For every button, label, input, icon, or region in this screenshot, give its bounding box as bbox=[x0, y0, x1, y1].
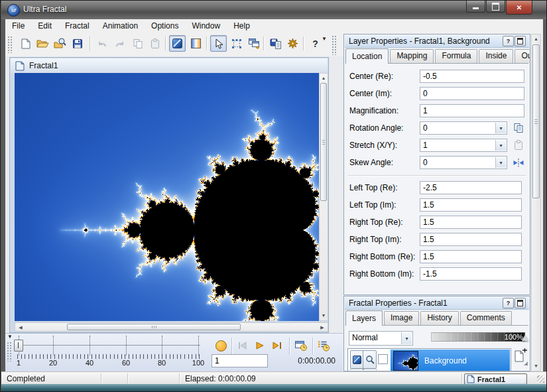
layer-transparent-checkbox[interactable] bbox=[378, 354, 388, 364]
next-frame-button[interactable] bbox=[271, 340, 284, 351]
maximize-button[interactable] bbox=[486, 1, 505, 13]
opacity-slider[interactable]: 100% bbox=[431, 332, 525, 342]
switch-mode-button[interactable] bbox=[245, 35, 262, 52]
merge-mode-combo[interactable]: Normal ▾ bbox=[349, 331, 413, 346]
copy-location-button[interactable] bbox=[511, 121, 526, 135]
menu-edit[interactable]: Edit bbox=[31, 20, 58, 32]
chevron-down-icon[interactable]: ▾ bbox=[495, 157, 506, 168]
rotation-angle-combo[interactable]: 0 ▾ bbox=[420, 121, 507, 135]
tab-inside[interactable]: Inside bbox=[479, 49, 513, 63]
left-top-im-input[interactable] bbox=[420, 198, 522, 212]
toolbar-grip[interactable] bbox=[7, 36, 12, 53]
dock-scroll-thumb[interactable] bbox=[532, 44, 540, 198]
stretch-combo[interactable]: 1 ▾ bbox=[420, 139, 507, 152]
document-hscrollbar[interactable]: ◀ ▶ bbox=[15, 322, 328, 332]
dock-scrollbar[interactable]: ▲ ▼ bbox=[531, 34, 541, 371]
panel-collapse-button[interactable] bbox=[515, 298, 526, 308]
close-button[interactable]: ✕ bbox=[506, 1, 532, 15]
app-window: uf Ultra Fractal ✕ File Edit Fractal Ani… bbox=[0, 0, 547, 392]
scroll-left-icon[interactable]: ◀ bbox=[17, 323, 25, 332]
menu-animation[interactable]: Animation bbox=[96, 20, 145, 32]
right-top-re-label: Right Top (Re): bbox=[349, 218, 402, 227]
right-top-re-input[interactable] bbox=[420, 216, 522, 229]
magnification-input[interactable] bbox=[420, 104, 524, 117]
dock-splitter-grip[interactable] bbox=[332, 35, 337, 55]
right-bottom-re-input[interactable] bbox=[420, 250, 522, 263]
toolbar-separator bbox=[90, 36, 90, 50]
menu-help[interactable]: Help bbox=[227, 20, 257, 32]
fractal-properties-title[interactable]: Fractal Properties - Fractal1 bbox=[345, 297, 529, 310]
center-im-input[interactable] bbox=[420, 87, 524, 100]
save-parameters-button[interactable] bbox=[267, 35, 284, 52]
magnifier-icon bbox=[365, 355, 375, 364]
browse-button[interactable] bbox=[52, 35, 68, 52]
fractal-mode-button[interactable] bbox=[169, 35, 186, 52]
window-title: Ultra Fractal bbox=[23, 5, 66, 14]
layer-properties-title[interactable]: Layer Properties - Fractal1, Background bbox=[345, 35, 529, 48]
animation-bar-grip[interactable] bbox=[7, 342, 12, 361]
document-vscrollbar[interactable]: ▲ ▼ bbox=[319, 73, 328, 321]
panel-help-button[interactable]: ? bbox=[503, 36, 514, 46]
title-bar[interactable]: uf Ultra Fractal ✕ bbox=[1, 1, 547, 19]
tab-mapping[interactable]: Mapping bbox=[390, 49, 434, 63]
ruler-gridline bbox=[90, 336, 90, 356]
panel-help-button[interactable]: ? bbox=[503, 298, 514, 308]
menu-file[interactable]: File bbox=[5, 20, 31, 32]
tab-formula[interactable]: Formula bbox=[435, 49, 477, 63]
menu-window[interactable]: Window bbox=[185, 20, 227, 32]
toolbar-separator bbox=[165, 36, 166, 50]
center-re-input[interactable] bbox=[420, 70, 524, 83]
chevron-down-icon[interactable]: ▾ bbox=[495, 140, 506, 151]
tab-outside[interactable]: Outside bbox=[515, 49, 530, 63]
time-display: 0:00:00.00 bbox=[282, 356, 335, 365]
toolbar-overflow-chevron[interactable]: ▼ bbox=[322, 36, 327, 42]
tab-layers[interactable]: Layers bbox=[345, 310, 383, 326]
timeline-track[interactable] bbox=[16, 345, 200, 346]
select-mode-button[interactable] bbox=[228, 35, 245, 52]
gradient-mode-button[interactable] bbox=[188, 35, 204, 52]
vscroll-thumb[interactable] bbox=[320, 83, 327, 201]
tab-location[interactable]: Location bbox=[345, 48, 389, 64]
layer-row-background[interactable]: Background bbox=[391, 350, 510, 371]
scroll-right-icon[interactable]: ▶ bbox=[318, 323, 326, 332]
panel-collapse-button[interactable] bbox=[515, 36, 526, 46]
right-bottom-im-input[interactable] bbox=[420, 267, 522, 281]
minimize-button[interactable] bbox=[466, 1, 485, 13]
right-top-im-input[interactable] bbox=[420, 233, 522, 246]
options-button[interactable] bbox=[284, 35, 301, 52]
frame-number-input[interactable] bbox=[212, 354, 268, 367]
open-button[interactable] bbox=[34, 35, 51, 52]
scroll-up-icon[interactable]: ▲ bbox=[320, 74, 328, 82]
document-title-bar[interactable]: Fractal1 bbox=[11, 58, 328, 73]
normal-mode-button[interactable] bbox=[210, 35, 227, 52]
resize-grip[interactable] bbox=[537, 375, 544, 383]
scroll-down-icon[interactable]: ▼ bbox=[532, 362, 540, 370]
save-button[interactable] bbox=[69, 35, 86, 52]
left-top-re-input[interactable] bbox=[420, 181, 522, 194]
record-button[interactable] bbox=[213, 338, 228, 353]
scroll-down-icon[interactable]: ▼ bbox=[320, 312, 328, 320]
menu-fractal[interactable]: Fractal bbox=[58, 20, 96, 32]
render-animation-button[interactable] bbox=[315, 338, 332, 354]
play-button[interactable] bbox=[254, 340, 266, 351]
tab-image[interactable]: Image bbox=[384, 311, 419, 325]
timeline-slider-thumb[interactable] bbox=[14, 340, 23, 352]
layer-editable-toggle[interactable] bbox=[363, 350, 377, 369]
animation-bar-chevron[interactable]: ▼ bbox=[7, 334, 13, 340]
flip-button[interactable] bbox=[511, 156, 526, 169]
chevron-down-icon[interactable]: ▾ bbox=[401, 332, 412, 344]
fractal-document-window[interactable]: Fractal1 ▲ ▼ ◀ ▶ bbox=[9, 57, 329, 333]
window-list-button-fractal1[interactable]: Fractal1 bbox=[464, 373, 527, 385]
scroll-up-icon[interactable]: ▲ bbox=[532, 35, 540, 43]
hscroll-thumb[interactable] bbox=[67, 324, 241, 330]
chevron-down-icon[interactable]: ▾ bbox=[495, 123, 506, 133]
new-fractal-button[interactable] bbox=[17, 35, 34, 52]
tab-comments[interactable]: Comments bbox=[460, 311, 512, 325]
menu-options[interactable]: Options bbox=[145, 20, 185, 32]
add-layer-menu-indicator[interactable] bbox=[524, 361, 528, 365]
skew-angle-combo[interactable]: 0 ▾ bbox=[420, 156, 507, 169]
tab-history[interactable]: History bbox=[420, 311, 458, 325]
layer-visible-toggle[interactable] bbox=[350, 350, 364, 369]
render-image-button[interactable] bbox=[292, 338, 310, 354]
fractal-canvas[interactable] bbox=[15, 73, 320, 321]
